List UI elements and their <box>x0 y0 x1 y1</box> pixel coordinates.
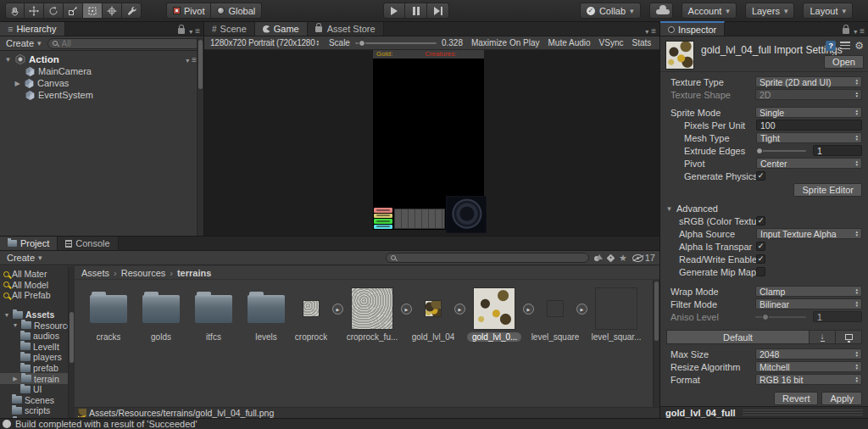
pivot-dropdown[interactable]: Center <box>756 158 862 169</box>
move-tool-icon[interactable] <box>25 3 44 19</box>
presets-icon[interactable] <box>840 42 850 50</box>
alpha-transparency-checkbox[interactable]: ✓ <box>756 242 765 251</box>
generate-physics-checkbox[interactable]: ✓ <box>756 171 765 181</box>
hierarchy-create-button[interactable]: Create <box>3 38 44 48</box>
breadcrumb-terrains[interactable]: terrains <box>177 268 211 278</box>
asset-gold-lvl-04-full-selected[interactable]: gold_lvl_0... <box>470 287 518 342</box>
search-by-label-icon[interactable] <box>608 255 614 261</box>
asset-croprock-full[interactable]: croprock_fu... <box>348 287 396 342</box>
expand-subassets-icon[interactable] <box>332 304 343 315</box>
scale-tool-icon[interactable] <box>64 3 83 19</box>
project-search[interactable] <box>386 253 589 263</box>
project-create-button[interactable]: Create <box>4 253 45 263</box>
max-size-dropdown[interactable]: 2048 <box>755 348 862 359</box>
tree-item-assets[interactable]: Assets <box>0 309 75 320</box>
expand-subassets-icon[interactable] <box>401 304 412 315</box>
vsync-button[interactable]: VSync <box>595 36 628 49</box>
extrude-edges-field[interactable]: 1 <box>813 145 862 156</box>
tree-item-resources[interactable]: Resource <box>0 320 75 331</box>
tree-item-levelitems[interactable]: LevelIt <box>0 342 75 353</box>
help-icon[interactable] <box>826 41 836 51</box>
format-dropdown[interactable]: RGB 16 bit <box>755 374 862 385</box>
mesh-type-dropdown[interactable]: Tight <box>756 132 862 143</box>
sprite-editor-button[interactable]: Sprite Editor <box>793 183 862 197</box>
status-bar[interactable]: Build completed with a result of 'Succee… <box>0 418 868 429</box>
tab-inspector[interactable]: Inspector <box>660 21 725 36</box>
revert-button[interactable]: Revert <box>774 392 818 405</box>
stats-button[interactable]: Stats <box>627 36 655 49</box>
play-button[interactable] <box>383 3 405 19</box>
hierarchy-item-canvas[interactable]: Canvas <box>0 77 203 89</box>
foldout-icon[interactable] <box>14 80 21 87</box>
account-dropdown[interactable]: Account <box>682 3 737 19</box>
asset-gold-lvl-04[interactable]: gold_lvl_04 <box>417 287 449 342</box>
lock-icon[interactable] <box>178 28 185 34</box>
hierarchy-pane-menu[interactable] <box>178 25 203 36</box>
pivot-button[interactable]: Pivot <box>166 3 211 19</box>
texture-type-dropdown[interactable]: Sprite (2D and UI) <box>755 76 862 87</box>
gear-icon[interactable] <box>854 41 864 51</box>
tab-project[interactable]: Project <box>0 237 58 250</box>
maximize-on-play-button[interactable]: Maximize On Play <box>467 36 544 49</box>
platform-standalone-icon[interactable] <box>835 331 861 343</box>
read-write-checkbox[interactable]: ✓ <box>756 254 765 264</box>
asset-folder-golds[interactable]: golds <box>137 287 185 342</box>
platform-download-icon[interactable] <box>809 331 835 343</box>
scene-row-action[interactable]: Action <box>0 53 203 65</box>
asset-folder-cracks[interactable]: cracks <box>85 287 132 342</box>
custom-tool-icon[interactable] <box>122 3 142 19</box>
scale-slider[interactable] <box>355 42 437 44</box>
asset-level-square[interactable]: level_square <box>539 287 571 342</box>
asset-level-square-full[interactable]: level_squar... <box>593 287 640 342</box>
pause-button[interactable] <box>405 3 427 19</box>
joystick-control[interactable] <box>447 197 486 232</box>
foldout-icon[interactable] <box>3 312 10 318</box>
pixels-per-unit-field[interactable]: 100 <box>756 120 862 131</box>
mute-audio-button[interactable]: Mute Audio <box>544 36 595 49</box>
foldout-icon[interactable] <box>12 376 19 382</box>
srgb-checkbox[interactable]: ✓ <box>756 216 765 226</box>
open-button[interactable]: Open <box>824 55 864 69</box>
asset-folder-levels[interactable]: levels <box>242 287 290 342</box>
favorite-all-models[interactable]: All Model <box>0 280 75 291</box>
asset-folder-itfcs[interactable]: itfcs <box>190 287 237 342</box>
alpha-source-dropdown[interactable]: Input Texture Alpha <box>756 228 862 239</box>
platform-tab-default[interactable]: Default <box>667 331 809 343</box>
expand-subassets-icon[interactable] <box>523 304 534 315</box>
hierarchy-scrollbar[interactable] <box>197 37 203 236</box>
wrap-mode-dropdown[interactable]: Clamp <box>755 286 862 297</box>
project-tree-scrollbar[interactable] <box>68 266 75 418</box>
breadcrumb-resources[interactable]: Resources <box>121 268 166 278</box>
step-button[interactable] <box>427 3 449 19</box>
expand-subassets-icon[interactable] <box>454 304 465 315</box>
tree-item-scripts[interactable]: scripts <box>0 405 75 416</box>
project-grid-scrollbar[interactable] <box>653 280 659 407</box>
resize-algorithm-dropdown[interactable]: Mitchell <box>755 361 862 372</box>
filter-mode-dropdown[interactable]: Bilinear <box>755 298 862 309</box>
mip-maps-checkbox[interactable] <box>756 267 765 276</box>
tab-asset-store[interactable]: Asset Store <box>308 22 384 36</box>
favorite-all-materials[interactable]: All Mater <box>0 269 75 280</box>
tab-hierarchy[interactable]: ≡Hierarchy <box>0 22 65 36</box>
tab-console[interactable]: Console <box>58 237 118 250</box>
tree-item-ui[interactable]: UI <box>0 384 75 395</box>
hierarchy-search-input[interactable] <box>60 38 195 49</box>
spawn-button-yellow[interactable] <box>374 214 392 219</box>
sprite-mode-dropdown[interactable]: Single <box>755 107 862 118</box>
rotate-tool-icon[interactable] <box>44 3 64 19</box>
inspector-pane-menu[interactable] <box>843 25 868 36</box>
advanced-foldout[interactable]: Advanced <box>660 203 868 214</box>
foldout-icon[interactable] <box>4 56 12 64</box>
tree-item-scenes[interactable]: Scenes <box>0 395 75 406</box>
tree-item-players[interactable]: players <box>0 352 75 363</box>
game-pane-menu[interactable] <box>645 25 659 36</box>
global-button[interactable]: Global <box>211 3 262 19</box>
tree-item-prefabs[interactable]: prefab <box>0 363 75 374</box>
cloud-button[interactable] <box>649 3 673 19</box>
favorites-icon[interactable] <box>619 253 627 264</box>
breadcrumb-assets[interactable]: Assets <box>81 268 109 278</box>
spawn-button-green[interactable] <box>374 219 392 224</box>
asset-croprock[interactable]: croprock <box>295 287 327 342</box>
hierarchy-search[interactable] <box>47 38 200 49</box>
transform-tool-icon[interactable] <box>103 3 122 19</box>
